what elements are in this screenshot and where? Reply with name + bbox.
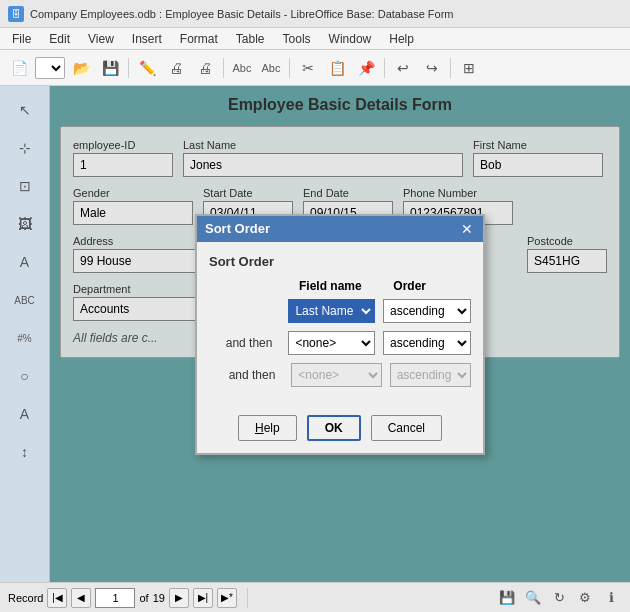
sort-order-dialog: Sort Order ✕ Sort Order Field name Order <box>195 214 485 455</box>
sep1 <box>128 58 129 78</box>
row2-operator: and then <box>209 336 280 350</box>
menu-item-help[interactable]: Help <box>381 30 422 48</box>
row2-field-select[interactable]: <none> Last Name <box>288 331 375 355</box>
sep5 <box>450 58 451 78</box>
cancel-button[interactable]: Cancel <box>371 415 442 441</box>
sort-row-1: Last Name <none> ascending descending <box>209 299 471 323</box>
abc-tool[interactable]: ABC <box>9 284 41 316</box>
row1-order-select[interactable]: ascending descending <box>383 299 471 323</box>
record-number-input[interactable] <box>95 588 135 608</box>
print-btn[interactable]: 🖨 <box>163 55 189 81</box>
title-bar-text: Company Employees.odb : Employee Basic D… <box>30 8 454 20</box>
record-nav: Record |◀ ◀ of 19 ▶ ▶| ▶* <box>8 588 237 608</box>
of-label: of <box>139 592 148 604</box>
sort-row-3: and then <none> ascending <box>209 363 471 387</box>
sort-row-2: and then <none> Last Name ascending desc… <box>209 331 471 355</box>
select-tool[interactable]: ⊹ <box>9 132 41 164</box>
modal-body: Sort Order Field name Order Last Name <n… <box>197 242 483 407</box>
menu-item-view[interactable]: View <box>80 30 122 48</box>
sep4 <box>384 58 385 78</box>
new-record-btn[interactable]: ▶* <box>217 588 237 608</box>
settings-btn[interactable]: ⚙ <box>574 587 596 609</box>
total-records: 19 <box>153 592 165 604</box>
row3-order-select[interactable]: ascending <box>390 363 471 387</box>
open-btn[interactable]: 📂 <box>68 55 94 81</box>
paste-btn[interactable]: 📌 <box>353 55 379 81</box>
text1-btn[interactable]: Abc <box>229 55 255 81</box>
menu-item-table[interactable]: Table <box>228 30 273 48</box>
modal-close-btn[interactable]: ✕ <box>459 221 475 237</box>
image-tool[interactable]: 🖼 <box>9 208 41 240</box>
row3-operator: and then <box>209 368 283 382</box>
modal-footer: Help OK Cancel <box>197 407 483 453</box>
prev-record-btn[interactable]: ◀ <box>71 588 91 608</box>
copy-btn[interactable]: 📋 <box>324 55 350 81</box>
status-icons: 💾 🔍 ↻ ⚙ ℹ <box>496 587 622 609</box>
menu-item-format[interactable]: Format <box>172 30 226 48</box>
col-header-fieldname: Field name <box>299 279 385 293</box>
app-icon: 🗄 <box>8 6 24 22</box>
redo-btn[interactable]: ↪ <box>419 55 445 81</box>
row3-field-select[interactable]: <none> <box>291 363 381 387</box>
main-layout: ↖ ⊹ ⊡ 🖼 A ABC #% ○ A ↕ Employee Basic De… <box>0 86 630 582</box>
next-record-btn[interactable]: ▶ <box>169 588 189 608</box>
modal-title: Sort Order <box>205 221 270 236</box>
cursor-tool[interactable]: ↖ <box>9 94 41 126</box>
info-btn[interactable]: ℹ <box>600 587 622 609</box>
row1-field-select[interactable]: Last Name <none> <box>288 299 375 323</box>
new-btn[interactable]: 📄 <box>6 55 32 81</box>
status-bar: Record |◀ ◀ of 19 ▶ ▶| ▶* 💾 🔍 ↻ ⚙ ℹ <box>0 582 630 612</box>
nav-tool[interactable]: A <box>9 398 41 430</box>
menu-item-file[interactable]: File <box>4 30 39 48</box>
modal-titlebar: Sort Order ✕ <box>197 216 483 242</box>
refresh-btn[interactable]: ↻ <box>548 587 570 609</box>
toolbar-combo[interactable] <box>35 57 65 79</box>
menu-item-insert[interactable]: Insert <box>124 30 170 48</box>
table-btn[interactable]: ⊞ <box>456 55 482 81</box>
text2-btn[interactable]: Abc <box>258 55 284 81</box>
col-header-order: Order <box>393 279 471 293</box>
circle-tool[interactable]: ○ <box>9 360 41 392</box>
toolbar: 📄 📂 💾 ✏️ 🖨 🖨 Abc Abc ✂ 📋 📌 ↩ ↪ ⊞ <box>0 50 630 86</box>
menu-item-edit[interactable]: Edit <box>41 30 78 48</box>
help-button[interactable]: Help <box>238 415 297 441</box>
undo-btn[interactable]: ↩ <box>390 55 416 81</box>
print2-btn[interactable]: 🖨 <box>192 55 218 81</box>
save-btn[interactable]: 💾 <box>97 55 123 81</box>
filter-btn[interactable]: 🔍 <box>522 587 544 609</box>
pct-tool[interactable]: #% <box>9 322 41 354</box>
record-label: Record <box>8 592 43 604</box>
menu-item-window[interactable]: Window <box>321 30 380 48</box>
menu-bar: FileEditViewInsertFormatTableToolsWindow… <box>0 28 630 50</box>
sep3 <box>289 58 290 78</box>
text-tool[interactable]: A <box>9 246 41 278</box>
content-area: Employee Basic Details Form employee-ID … <box>50 86 630 582</box>
modal-overlay: Sort Order ✕ Sort Order Field name Order <box>50 86 630 582</box>
modal-subtitle: Sort Order <box>209 254 471 269</box>
title-bar: 🗄 Company Employees.odb : Employee Basic… <box>0 0 630 28</box>
scroll-tool[interactable]: ↕ <box>9 436 41 468</box>
sep2 <box>223 58 224 78</box>
field-tool[interactable]: ⊡ <box>9 170 41 202</box>
last-record-btn[interactable]: ▶| <box>193 588 213 608</box>
status-sep1 <box>247 588 248 608</box>
menu-item-tools[interactable]: Tools <box>275 30 319 48</box>
first-record-btn[interactable]: |◀ <box>47 588 67 608</box>
save-status-btn[interactable]: 💾 <box>496 587 518 609</box>
ok-button[interactable]: OK <box>307 415 361 441</box>
left-panel: ↖ ⊹ ⊡ 🖼 A ABC #% ○ A ↕ <box>0 86 50 582</box>
edit-mode-btn[interactable]: ✏️ <box>134 55 160 81</box>
row2-order-select[interactable]: ascending descending <box>383 331 471 355</box>
cut-btn[interactable]: ✂ <box>295 55 321 81</box>
